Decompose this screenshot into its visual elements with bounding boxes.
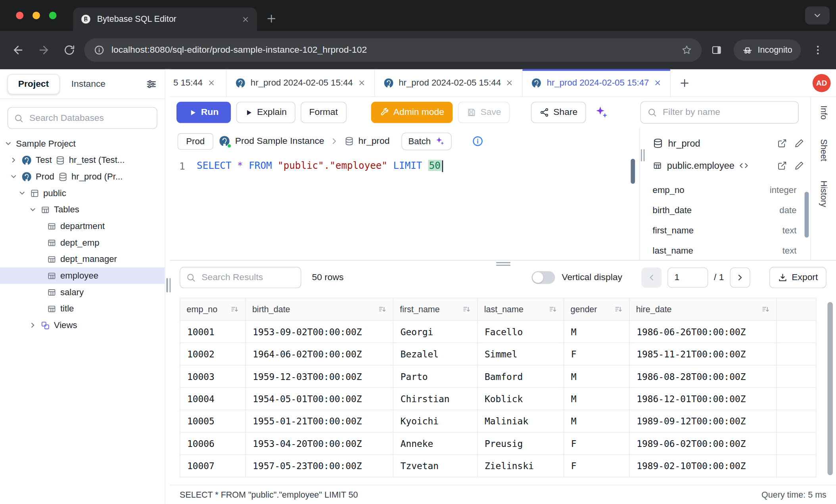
- schema-column-row[interactable]: birth_datedate: [653, 200, 804, 220]
- tab-history[interactable]: History: [819, 180, 828, 207]
- search-databases-input[interactable]: [28, 112, 151, 124]
- column-header[interactable]: birth_date: [245, 298, 393, 320]
- chevron-down-icon[interactable]: [10, 173, 17, 181]
- sort-icon[interactable]: [230, 305, 239, 314]
- column-header[interactable]: hire_date: [629, 298, 777, 320]
- sort-icon[interactable]: [761, 305, 770, 314]
- sql-editor[interactable]: Prod Prod Sample Instance: [170, 128, 639, 260]
- chevron-right-icon[interactable]: [29, 321, 37, 329]
- address-bar[interactable]: localhost:8080/sql-editor/prod-sample-in…: [84, 38, 702, 62]
- schema-scrollbar[interactable]: [805, 192, 809, 238]
- ai-sparkles-icon[interactable]: [594, 105, 608, 119]
- chevron-down-icon[interactable]: [29, 206, 37, 214]
- result-row[interactable]: 100061953-04-20T00:00:00ZAnnekePreusigF1…: [180, 432, 816, 454]
- edit-pencil-icon[interactable]: [794, 161, 804, 170]
- sort-icon[interactable]: [462, 305, 471, 314]
- schema-panel-splitter[interactable]: [639, 128, 645, 260]
- result-row[interactable]: 100051955-01-21T00:00:00ZKyoichiMaliniak…: [180, 410, 816, 432]
- tab-instance[interactable]: Instance: [65, 74, 112, 94]
- format-button[interactable]: Format: [301, 102, 346, 123]
- back-button[interactable]: [8, 39, 29, 61]
- tree-item-table-dept-manager[interactable]: dept_manager: [0, 251, 165, 267]
- instance-crumb[interactable]: Prod Sample Instance: [219, 135, 324, 147]
- column-header[interactable]: last_name: [477, 298, 564, 320]
- reload-button[interactable]: [59, 39, 80, 61]
- schema-column-row[interactable]: first_nametext: [653, 220, 804, 240]
- prev-page-button[interactable]: [641, 267, 662, 288]
- column-header[interactable]: emp_no: [180, 298, 245, 320]
- editor-tab[interactable]: 5 15:44: [170, 69, 227, 97]
- tree-item-project[interactable]: Sample Project: [0, 135, 165, 152]
- filter-by-name-input[interactable]: [662, 107, 792, 118]
- results-search[interactable]: [180, 267, 301, 288]
- result-row[interactable]: 100021964-06-02T00:00:00ZBezalelSimmelF1…: [180, 343, 816, 365]
- minimize-window-button[interactable]: [33, 12, 40, 19]
- chevron-right-icon[interactable]: [10, 156, 17, 164]
- close-tab-icon[interactable]: [654, 79, 662, 87]
- edit-pencil-icon[interactable]: [794, 139, 804, 148]
- run-button[interactable]: Run: [176, 102, 231, 123]
- export-button[interactable]: Export: [769, 267, 826, 288]
- external-link-icon[interactable]: [777, 161, 787, 170]
- code-brackets-icon[interactable]: [739, 161, 749, 170]
- search-results-input[interactable]: [200, 272, 295, 284]
- chevron-down-icon[interactable]: [18, 189, 26, 197]
- filter-by-name[interactable]: [640, 101, 799, 123]
- sort-icon[interactable]: [548, 305, 557, 314]
- tree-item-test-db[interactable]: Test hr_test (Test...: [0, 152, 165, 168]
- result-row[interactable]: 100071957-05-23T00:00:00ZTzvetanZielinsk…: [180, 454, 816, 477]
- schema-column-row[interactable]: emp_nointeger: [653, 179, 804, 200]
- site-info-icon[interactable]: [94, 45, 105, 55]
- vertical-display-toggle[interactable]: [531, 271, 555, 284]
- tree-item-table-salary[interactable]: salary: [0, 284, 165, 301]
- tree-item-table-department[interactable]: department: [0, 218, 165, 235]
- side-panel-icon[interactable]: [706, 39, 727, 61]
- tree-item-views-group[interactable]: Views: [0, 317, 165, 334]
- tab-project[interactable]: Project: [8, 74, 59, 94]
- external-link-icon[interactable]: [777, 139, 787, 148]
- editor-tab[interactable]: hr_prod 2024-02-05 15:44: [375, 69, 523, 97]
- tree-item-tables-group[interactable]: Tables: [0, 201, 165, 218]
- result-row[interactable]: 100011953-09-02T00:00:00ZGeorgiFacelloM1…: [180, 321, 816, 343]
- new-sheet-button[interactable]: [671, 69, 699, 97]
- info-icon[interactable]: [472, 135, 484, 147]
- zoom-window-button[interactable]: [49, 12, 57, 19]
- chevron-down-icon[interactable]: [4, 139, 12, 147]
- environment-chip[interactable]: Prod: [178, 133, 213, 149]
- sql-code-area[interactable]: 1 SELECT * FROM "public"."employee" LIMI…: [170, 155, 639, 260]
- close-tab-icon[interactable]: [506, 79, 514, 87]
- bookmark-star-icon[interactable]: [681, 45, 692, 55]
- admin-mode-button[interactable]: Admin mode: [371, 102, 453, 123]
- sidebar-splitter[interactable]: [165, 69, 170, 504]
- column-header[interactable]: first_name: [393, 298, 477, 320]
- result-row[interactable]: 100041954-05-01T00:00:00ZChirstianKoblic…: [180, 388, 816, 410]
- save-button[interactable]: Save: [458, 102, 510, 123]
- sort-icon[interactable]: [614, 305, 623, 314]
- share-button[interactable]: Share: [531, 102, 586, 123]
- close-tab-icon[interactable]: [358, 79, 366, 87]
- forward-button[interactable]: [33, 39, 54, 61]
- next-page-button[interactable]: [730, 267, 750, 288]
- results-scrollbar[interactable]: [828, 302, 833, 475]
- tree-item-table-employee[interactable]: employee: [0, 267, 165, 284]
- sort-icon[interactable]: [378, 305, 387, 314]
- explain-button[interactable]: Explain: [236, 102, 295, 123]
- results-splitter-grip[interactable]: [496, 262, 510, 265]
- database-crumb[interactable]: hr_prod: [345, 136, 390, 147]
- tree-item-prod-db[interactable]: Prod hr_prod (Pr...: [0, 168, 165, 185]
- new-tab-button[interactable]: [265, 12, 278, 26]
- user-avatar[interactable]: AD: [813, 74, 831, 92]
- browser-menu-icon[interactable]: [807, 39, 828, 61]
- result-row[interactable]: 100031959-12-03T00:00:00ZPartoBamfordM19…: [180, 365, 816, 388]
- close-tab-icon[interactable]: [242, 15, 249, 23]
- close-window-button[interactable]: [16, 12, 23, 19]
- tree-item-table-dept-emp[interactable]: dept_emp: [0, 235, 165, 251]
- batch-mode-button[interactable]: Batch: [401, 132, 452, 150]
- page-number-input[interactable]: [667, 267, 708, 288]
- browser-tab[interactable]: Bytebase SQL Editor: [73, 8, 257, 31]
- editor-tab[interactable]: hr_prod 2024-02-05 15:47: [523, 69, 671, 97]
- close-tab-icon[interactable]: [207, 79, 215, 87]
- filter-settings-icon[interactable]: [146, 78, 157, 90]
- splitter-grip[interactable]: [641, 149, 644, 161]
- editor-tab[interactable]: hr_prod 2024-02-05 15:44: [226, 69, 374, 97]
